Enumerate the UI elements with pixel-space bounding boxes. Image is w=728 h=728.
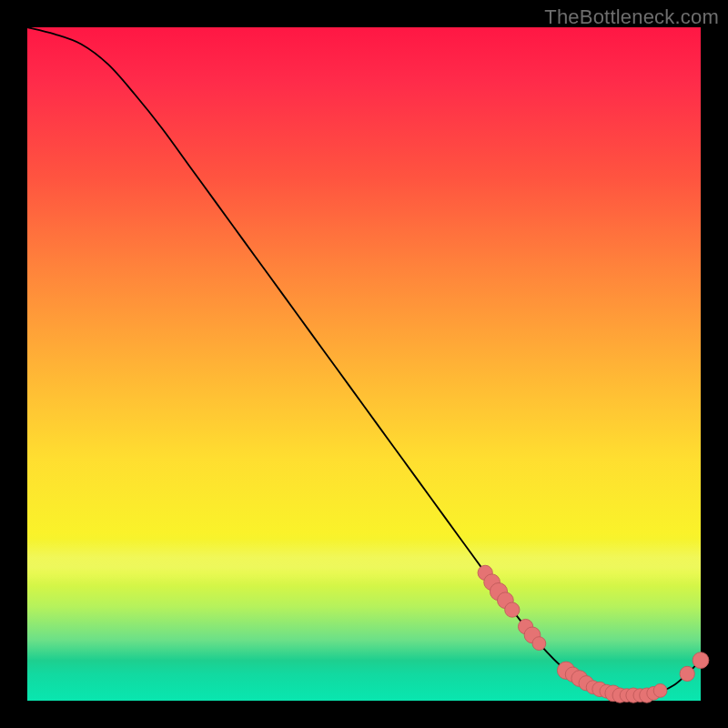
data-marker — [532, 637, 546, 651]
data-markers — [478, 565, 709, 703]
data-marker — [693, 652, 709, 669]
data-marker — [505, 602, 520, 617]
data-marker — [680, 666, 694, 681]
chart-frame: TheBottleneck.com — [0, 0, 728, 728]
data-marker — [653, 684, 667, 698]
bottleneck-curve — [27, 27, 701, 696]
chart-svg — [27, 27, 701, 701]
watermark-text: TheBottleneck.com — [544, 5, 719, 29]
